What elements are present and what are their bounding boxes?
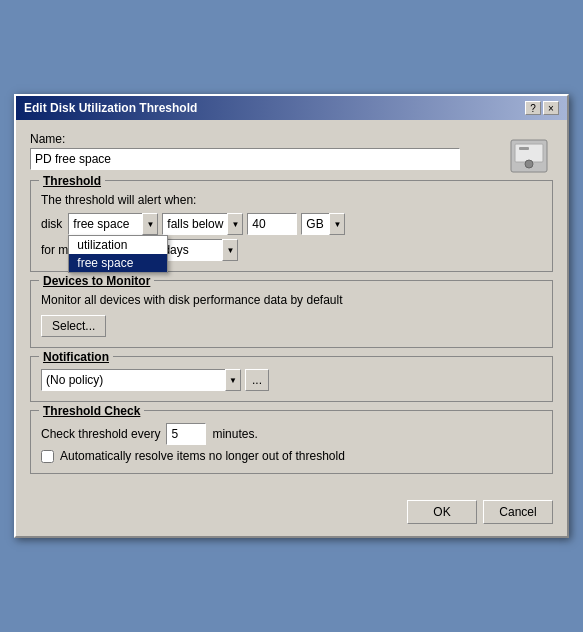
edit-disk-threshold-dialog: Edit Disk Utilization Threshold ? × Name…: [14, 94, 569, 538]
condition-dropdown-wrapper: falls below exceeds ▼: [162, 213, 243, 235]
title-bar-buttons: ? ×: [525, 101, 559, 115]
condition-dropdown[interactable]: falls below exceeds: [162, 213, 243, 235]
type-option-freespace[interactable]: free space: [69, 254, 167, 272]
type-dropdown-list: utilization free space: [68, 235, 168, 273]
threshold-section: Threshold The threshold will alert when:…: [30, 180, 553, 272]
disk-icon: [505, 132, 553, 180]
type-dropdown-shown[interactable]: free space: [68, 213, 158, 235]
svg-point-2: [525, 160, 533, 168]
footer: OK Cancel: [16, 492, 567, 536]
type-dropdown-wrapper: free space ▼ utilization free space: [68, 213, 158, 235]
duration-unit-dropdown[interactable]: days hours minutes: [158, 239, 238, 261]
unit-dropdown-wrapper: GB MB % ▼: [301, 213, 345, 235]
help-button[interactable]: ?: [525, 101, 541, 115]
notification-legend: Notification: [39, 350, 113, 364]
notification-section-body: (No policy) ▼ ...: [41, 365, 542, 391]
auto-resolve-row: Automatically resolve items no longer ou…: [41, 449, 542, 463]
devices-section-body: Monitor all devices with disk performanc…: [41, 289, 542, 337]
type-option-utilization[interactable]: utilization: [69, 236, 167, 254]
policy-dropdown-wrapper: (No policy) ▼: [41, 369, 241, 391]
disk-label: disk: [41, 217, 62, 231]
policy-dropdown[interactable]: (No policy): [41, 369, 241, 391]
notification-section: Notification (No policy) ▼ ...: [30, 356, 553, 402]
ellipsis-button[interactable]: ...: [245, 369, 269, 391]
select-button[interactable]: Select...: [41, 315, 106, 337]
name-field-left: Name:: [30, 132, 495, 170]
notification-row: (No policy) ▼ ...: [41, 369, 542, 391]
svg-rect-3: [519, 147, 529, 150]
name-input[interactable]: [30, 148, 460, 170]
cancel-button[interactable]: Cancel: [483, 500, 553, 524]
check-row: Check threshold every minutes.: [41, 423, 542, 445]
threshold-description: The threshold will alert when:: [41, 193, 542, 207]
devices-section: Devices to Monitor Monitor all devices w…: [30, 280, 553, 348]
threshold-check-legend: Threshold Check: [39, 404, 144, 418]
auto-resolve-label: Automatically resolve items no longer ou…: [60, 449, 345, 463]
name-field-row: Name:: [30, 132, 553, 180]
ok-button[interactable]: OK: [407, 500, 477, 524]
close-button[interactable]: ×: [543, 101, 559, 115]
name-label: Name:: [30, 132, 495, 146]
minutes-label: minutes.: [212, 427, 257, 441]
check-label: Check threshold every: [41, 427, 160, 441]
unit-dropdown[interactable]: GB MB %: [301, 213, 345, 235]
title-bar: Edit Disk Utilization Threshold ? ×: [16, 96, 567, 120]
threshold-check-body: Check threshold every minutes. Automatic…: [41, 419, 542, 463]
threshold-section-body: The threshold will alert when: disk free…: [41, 189, 542, 261]
dialog-body: Name: Threshold The threshold will alert…: [16, 120, 567, 492]
threshold-value-input[interactable]: [247, 213, 297, 235]
duration-unit-wrapper: days hours minutes ▼: [158, 239, 238, 261]
auto-resolve-checkbox[interactable]: [41, 450, 54, 463]
threshold-row: disk free space ▼ utilization free space: [41, 213, 542, 235]
threshold-check-section: Threshold Check Check threshold every mi…: [30, 410, 553, 474]
svg-rect-1: [515, 144, 543, 162]
dialog-title: Edit Disk Utilization Threshold: [24, 101, 197, 115]
monitor-description: Monitor all devices with disk performanc…: [41, 293, 542, 307]
threshold-legend: Threshold: [39, 174, 105, 188]
interval-input[interactable]: [166, 423, 206, 445]
devices-legend: Devices to Monitor: [39, 274, 154, 288]
